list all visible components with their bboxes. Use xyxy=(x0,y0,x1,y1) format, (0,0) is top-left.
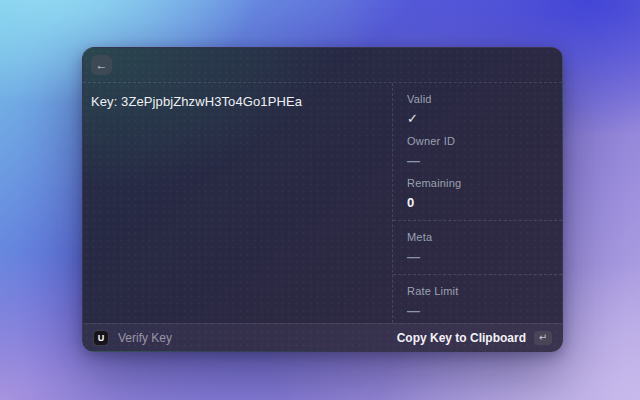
field-meta-label: Meta xyxy=(407,231,548,243)
verify-key-window: ← Key: 3ZePjpbjZhzwH3To4Go1PHEa Valid ✓ … xyxy=(82,47,563,352)
field-remaining-label: Remaining xyxy=(407,177,548,189)
field-owner-id-value: — xyxy=(407,154,548,168)
field-owner-id-label: Owner ID xyxy=(407,135,548,147)
unkey-logo-icon: U xyxy=(93,330,109,346)
window-footer: U Verify Key Copy Key to Clipboard ↵ xyxy=(83,323,562,351)
window-body: Key: 3ZePjpbjZhzwH3To4Go1PHEa Valid ✓ Ow… xyxy=(83,83,562,323)
metadata-section-status: Valid ✓ Owner ID — Remaining 0 xyxy=(393,83,562,221)
field-valid: Valid ✓ xyxy=(407,93,548,126)
footer-branding: U Verify Key xyxy=(93,330,172,346)
enter-key-icon: ↵ xyxy=(534,331,552,345)
metadata-section-meta: Meta — xyxy=(393,221,562,275)
window-header: ← xyxy=(83,48,562,83)
field-rate-limit: Rate Limit — xyxy=(407,285,548,318)
field-valid-label: Valid xyxy=(407,93,548,105)
command-title: Verify Key xyxy=(118,331,172,345)
key-detail-area: Key: 3ZePjpbjZhzwH3To4Go1PHEa xyxy=(83,83,392,323)
desktop-background: ← Key: 3ZePjpbjZhzwH3To4Go1PHEa Valid ✓ … xyxy=(0,0,640,400)
back-arrow-icon: ← xyxy=(96,59,108,71)
api-key-text: Key: 3ZePjpbjZhzwH3To4Go1PHEa xyxy=(91,94,384,109)
field-rate-limit-label: Rate Limit xyxy=(407,285,548,297)
field-meta-value: — xyxy=(407,250,548,264)
field-remaining-value: 0 xyxy=(407,196,548,210)
field-valid-value-check-icon: ✓ xyxy=(407,112,548,126)
metadata-section-rate-limit: Rate Limit — xyxy=(393,275,562,328)
back-button[interactable]: ← xyxy=(91,55,112,75)
field-meta: Meta — xyxy=(407,231,548,264)
metadata-panel: Valid ✓ Owner ID — Remaining 0 Meta xyxy=(392,83,562,323)
field-remaining: Remaining 0 xyxy=(407,177,548,210)
copy-key-to-clipboard-button[interactable]: Copy Key to Clipboard ↵ xyxy=(397,331,552,345)
field-owner-id: Owner ID — xyxy=(407,135,548,168)
field-rate-limit-value: — xyxy=(407,304,548,318)
copy-key-label: Copy Key to Clipboard xyxy=(397,331,526,345)
